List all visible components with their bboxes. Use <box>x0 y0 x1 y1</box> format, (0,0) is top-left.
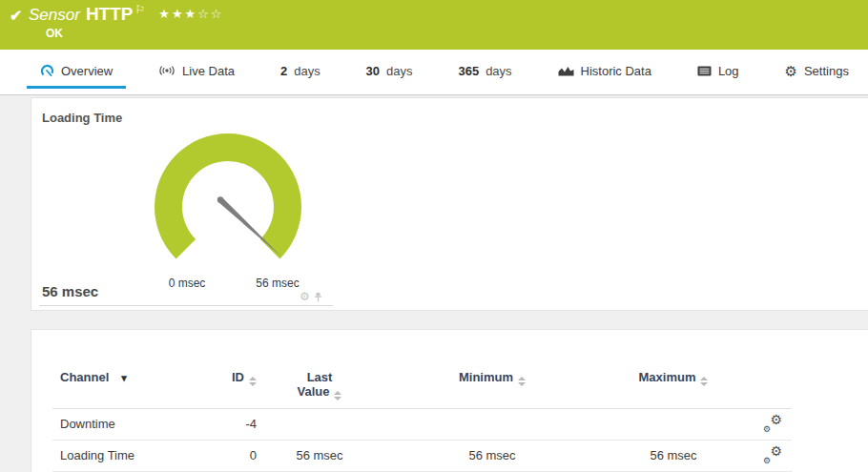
gauge-current-value: 56 msec <box>42 283 98 299</box>
channel-settings-icon[interactable]: ⚙⚙ <box>763 414 782 431</box>
tab-label: Overview <box>61 64 113 78</box>
channel-maximum <box>602 408 745 440</box>
column-header-actions <box>745 330 792 408</box>
gauge-toolbar: ⚙ <box>300 290 322 303</box>
tab-label: days <box>294 64 320 78</box>
tab-settings[interactable]: ⚙ Settings <box>772 55 862 89</box>
tab-30-days[interactable]: 30 days <box>353 55 426 89</box>
tab-365-days[interactable]: 365 days <box>444 55 525 89</box>
tab-label: days <box>486 64 511 78</box>
channel-name: Loading Time <box>52 440 220 471</box>
stars-empty: ☆☆ <box>197 7 223 21</box>
sort-icon <box>249 377 257 386</box>
loading-time-gauge <box>147 126 309 288</box>
gauge-max-label: 56 msec <box>239 277 316 290</box>
sensor-type-label: Sensor <box>29 6 80 24</box>
channel-last-value: 56 msec <box>257 440 382 471</box>
column-header-maximum[interactable]: Maximum <box>602 330 745 408</box>
historic-data-icon <box>558 65 574 76</box>
gauge-min-label: 0 msec <box>154 277 220 290</box>
table-row-loading-time: Loading Time 0 56 msec 56 msec 56 msec ⚙… <box>52 440 792 471</box>
prtg-sensor-page: ✔ SensorHTTP⚐★★★☆☆ OK Overview Live Data… <box>0 0 868 472</box>
gauge-divider <box>39 305 333 306</box>
column-header-channel[interactable]: Channel▾ <box>52 330 220 408</box>
tab-label-number: 30 <box>366 64 380 78</box>
tab-label-number: 365 <box>458 64 479 78</box>
tab-2-days[interactable]: 2 days <box>267 55 334 89</box>
sensor-title: SensorHTTP⚐★★★☆☆ <box>29 4 224 25</box>
column-header-minimum[interactable]: Minimum <box>382 330 602 408</box>
tab-label-number: 2 <box>280 64 287 78</box>
tab-label: days <box>386 64 412 78</box>
status-badge: OK <box>46 27 63 40</box>
flag-icon[interactable]: ⚐ <box>134 3 145 16</box>
tab-overview[interactable]: Overview <box>27 55 126 89</box>
gauge-arc <box>155 133 301 258</box>
tab-label: Live Data <box>182 64 235 78</box>
table-row-downtime: Downtime -4 ⚙⚙ <box>52 408 792 440</box>
pin-icon[interactable] <box>314 292 322 302</box>
channel-id: -4 <box>220 408 257 440</box>
tab-historic-data[interactable]: Historic Data <box>545 55 665 89</box>
channel-last-value <box>257 408 382 440</box>
channel-name: Downtime <box>52 408 220 440</box>
log-icon <box>697 66 712 76</box>
tab-bar: Overview Live Data 2 days 30 days 365 da… <box>0 50 868 95</box>
table-header-row: Channel▾ ID Last Value Minimum Maximum <box>52 330 792 408</box>
live-data-icon <box>158 65 176 76</box>
sort-desc-icon: ▾ <box>114 372 127 383</box>
sensor-header: ✔ SensorHTTP⚐★★★☆☆ OK <box>0 0 868 50</box>
status-ok-check-icon: ✔ <box>10 7 22 25</box>
column-header-id[interactable]: ID <box>220 330 257 408</box>
gauge-settings-icon[interactable]: ⚙ <box>300 290 310 303</box>
gauge-icon <box>40 64 54 78</box>
tab-label: Historic Data <box>581 64 651 78</box>
sort-icon <box>700 377 708 386</box>
sensor-name: HTTP <box>86 4 134 24</box>
tab-label: Settings <box>804 64 849 78</box>
channel-table: Channel▾ ID Last Value Minimum Maximum <box>52 330 792 472</box>
tab-log[interactable]: Log <box>684 55 753 89</box>
channel-table-panel: Channel▾ ID Last Value Minimum Maximum <box>31 329 868 472</box>
channel-minimum: 56 msec <box>382 440 602 471</box>
tab-live-data[interactable]: Live Data <box>145 55 248 89</box>
gauge-panel: Loading Time 0 msec 56 msec 56 msec ⚙ <box>31 97 868 311</box>
channel-id: 0 <box>220 440 257 471</box>
gauge-title: Loading Time <box>42 111 122 125</box>
sort-icon <box>334 391 341 400</box>
priority-stars[interactable]: ★★★☆☆ <box>158 7 223 21</box>
settings-gear-icon: ⚙ <box>785 64 797 78</box>
column-header-last-value[interactable]: Last Value <box>257 330 382 408</box>
channel-settings-icon[interactable]: ⚙⚙ <box>763 445 782 462</box>
stars-filled: ★★★ <box>158 7 197 21</box>
tab-label: Log <box>718 64 739 78</box>
sort-icon <box>518 377 526 386</box>
channel-minimum <box>382 408 602 440</box>
channel-maximum: 56 msec <box>602 440 745 471</box>
